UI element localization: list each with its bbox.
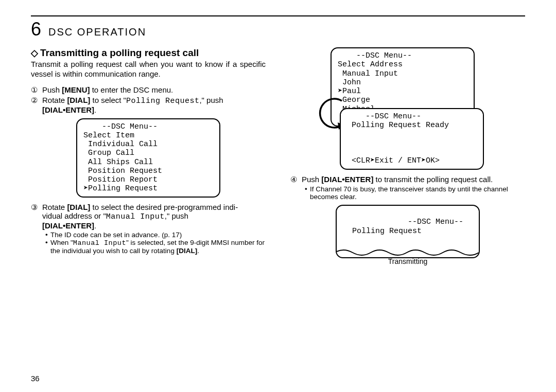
chapter-number: 6 (31, 19, 41, 40)
intro-text: Transmit a polling request call when you… (31, 60, 266, 79)
step-1-num: ① (31, 85, 42, 95)
transmitting-caption: Transmitting (290, 257, 525, 265)
step-3-num: ③ (31, 203, 42, 230)
step-2-num: ② (31, 96, 42, 114)
lcd-screen-transmitting: --DSC Menu-- Polling Request (336, 205, 480, 258)
diamond-icon: ◇ (31, 48, 38, 58)
lcd-screen-polling-ready: --DSC Menu-- Polling Request Ready <CLR➤… (340, 108, 484, 170)
step-4-text: Push [DIAL•ENTER] to transmit the pollin… (302, 175, 525, 184)
step-3-text: Rotate [DIAL] to select the desired pre-… (42, 203, 266, 230)
page-number: 36 (31, 374, 40, 383)
step-3-sub-bullets: •The ID code can be set in advance. (p. … (31, 231, 266, 255)
step-4-num: ④ (290, 175, 302, 184)
lcd-screen-select-item: --DSC Menu-- Select Item Individual Call… (76, 118, 220, 198)
step-4-sub-bullet: •If Channel 70 is busy, the transceiver … (290, 185, 525, 201)
section-title: Transmitting a polling request call (40, 47, 199, 58)
step-1-text: Push [MENU] to enter the DSC menu. (42, 85, 266, 95)
chapter-title: DSC OPERATION (48, 26, 146, 38)
step-2-text: Rotate [DIAL] to select "Polling Request… (42, 96, 266, 114)
